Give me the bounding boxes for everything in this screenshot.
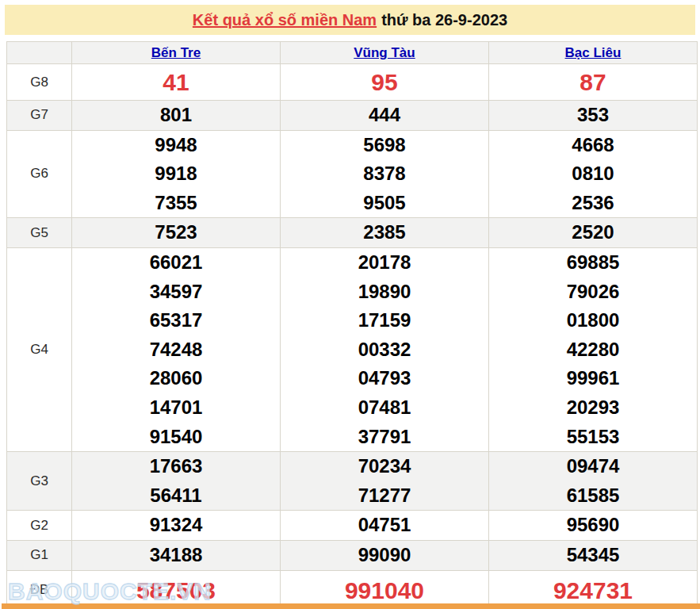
prize-row-2: G7801444353 xyxy=(7,101,698,131)
prize-number: 9918 xyxy=(72,159,280,189)
prize-number: 28060 xyxy=(72,364,280,393)
prize-number: 54345 xyxy=(489,541,697,570)
prize-number: 7355 xyxy=(72,189,280,218)
prize-number: 8378 xyxy=(281,159,488,189)
prize-cell: 41 xyxy=(72,64,281,101)
page-title: Kết quả xổ số miền Namthứ ba 26-9-2023 xyxy=(193,11,507,29)
province-link[interactable]: Bến Tre xyxy=(151,45,201,60)
prize-cell: 2385 xyxy=(281,218,489,248)
prize-row-4: G5752323852520 xyxy=(7,218,698,248)
prize-label: G2 xyxy=(7,511,72,541)
prize-number: 14701 xyxy=(72,393,280,423)
prize-number: 74248 xyxy=(72,335,280,365)
prize-cell: 95 xyxy=(281,64,489,101)
page-title-bar: Kết quả xổ số miền Namthứ ba 26-9-2023 xyxy=(5,5,695,35)
prize-cell: 466808102536 xyxy=(489,130,698,218)
prize-cell: 04751 xyxy=(281,511,489,541)
prize-cell: 34188 xyxy=(72,540,281,570)
prize-number: 9948 xyxy=(72,131,280,160)
column-header-1: Vũng Tàu xyxy=(281,42,489,64)
prize-number: 70234 xyxy=(281,452,488,481)
prize-row-3: G6994899187355569883789505466808102536 xyxy=(7,130,698,218)
prize-number: 09474 xyxy=(489,452,697,481)
prize-label: G5 xyxy=(7,218,72,248)
results-table: Bến TreVũng TàuBạc Liêu G8419587G7801444… xyxy=(6,41,698,609)
prize-row-7: G2913240475195690 xyxy=(7,511,698,541)
province-link[interactable]: Bạc Liêu xyxy=(565,45,622,60)
prize-number: 71277 xyxy=(281,481,488,511)
corner-cell xyxy=(7,42,72,64)
prize-number: 5698 xyxy=(281,131,488,160)
prize-row-5: G466021345976531774248280601470191540201… xyxy=(7,247,698,451)
prize-number: 19890 xyxy=(281,278,488,307)
prize-number: 79026 xyxy=(489,278,697,307)
prize-row-6: G3176635641170234712770947461585 xyxy=(7,452,698,511)
prize-number: 91324 xyxy=(72,511,280,540)
prize-number: 17159 xyxy=(281,306,488,335)
prize-cell: 801 xyxy=(72,101,281,131)
prize-number: 95 xyxy=(281,64,488,100)
results-body: G8419587G7801444353G69948991873555698837… xyxy=(7,64,698,609)
bottom-orange-bar xyxy=(2,603,700,609)
prize-number: 4668 xyxy=(489,131,697,160)
prize-cell: 87 xyxy=(489,64,698,101)
prize-number: 66021 xyxy=(72,248,280,278)
prize-cell: 353 xyxy=(489,101,698,131)
prize-number: 7523 xyxy=(72,218,280,247)
prize-cell: 99090 xyxy=(281,540,489,570)
prize-cell: 66021345976531774248280601470191540 xyxy=(72,247,281,451)
prize-number: 99090 xyxy=(281,541,488,570)
prize-number: 2385 xyxy=(281,218,488,247)
prize-label: G8 xyxy=(7,64,72,101)
prize-number: 42280 xyxy=(489,335,697,365)
prize-number: 04751 xyxy=(281,511,488,540)
prize-number: 444 xyxy=(281,101,488,130)
prize-number: 34188 xyxy=(72,541,280,570)
column-header-2: Bạc Liêu xyxy=(489,42,698,64)
prize-row-8: G1341889909054345 xyxy=(7,540,698,570)
prize-number: 20293 xyxy=(489,393,697,423)
prize-label: G3 xyxy=(7,452,72,511)
prize-cell: 7023471277 xyxy=(281,452,489,511)
prize-label: G7 xyxy=(7,101,72,131)
prize-number: 04793 xyxy=(281,364,488,393)
prize-number: 353 xyxy=(489,101,697,130)
prize-row-1: G8419587 xyxy=(7,64,698,101)
prize-number: 01800 xyxy=(489,306,697,335)
prize-number: 55153 xyxy=(489,423,697,452)
region-title-link[interactable]: Kết quả xổ số miền Nam xyxy=(193,11,377,29)
prize-number: 2536 xyxy=(489,189,697,218)
prize-number: 07481 xyxy=(281,393,488,423)
prize-number: 34597 xyxy=(72,278,280,307)
prize-cell: 95690 xyxy=(489,511,698,541)
province-link[interactable]: Vũng Tàu xyxy=(354,45,415,60)
column-header-0: Bến Tre xyxy=(72,42,281,64)
prize-number: 65317 xyxy=(72,306,280,335)
prize-number: 2520 xyxy=(489,218,697,247)
prize-cell: 994899187355 xyxy=(72,130,281,218)
prize-number: 61585 xyxy=(489,481,697,511)
prize-number: 00332 xyxy=(281,335,488,365)
prize-cell: 20178198901715900332047930748137791 xyxy=(281,247,489,451)
prize-number: 99961 xyxy=(489,364,697,393)
prize-cell: 69885790260180042280999612029355153 xyxy=(489,247,698,451)
prize-number: 20178 xyxy=(281,248,488,278)
draw-date-text: thứ ba 26-9-2023 xyxy=(381,11,507,29)
prize-number: 69885 xyxy=(489,248,697,278)
prize-label: G6 xyxy=(7,130,72,218)
prize-number: 56411 xyxy=(72,481,280,511)
prize-number: 0810 xyxy=(489,159,697,189)
prize-number: 95690 xyxy=(489,511,697,540)
prize-number: 91540 xyxy=(72,423,280,452)
prize-cell: 0947461585 xyxy=(489,452,698,511)
prize-cell: 1766356411 xyxy=(72,452,281,511)
prize-number: 37791 xyxy=(281,423,488,452)
prize-label: G4 xyxy=(7,247,72,451)
prize-cell: 91324 xyxy=(72,511,281,541)
column-header-row: Bến TreVũng TàuBạc Liêu xyxy=(7,42,698,64)
lottery-results-page: { "title": { "link_text": "Kết quả xổ số… xyxy=(0,0,700,609)
prize-cell: 7523 xyxy=(72,218,281,248)
prize-cell: 569883789505 xyxy=(281,130,489,218)
prize-cell: 2520 xyxy=(489,218,698,248)
prize-number: 9505 xyxy=(281,189,488,218)
